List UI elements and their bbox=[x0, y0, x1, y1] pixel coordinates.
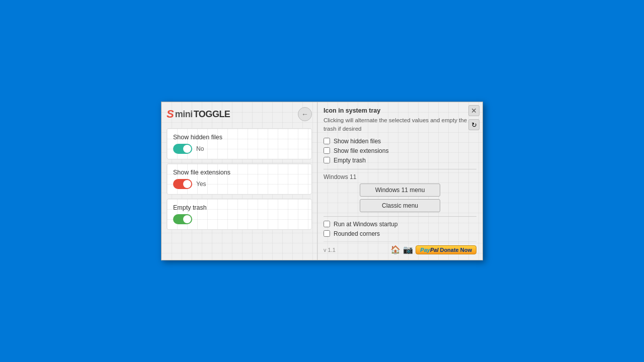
windows11-section-label: Windows 11 bbox=[324, 173, 476, 180]
windows11-section: Windows 11 Windows 11 menu Classic menu bbox=[324, 173, 476, 212]
checkbox-file-extensions-input[interactable] bbox=[324, 147, 330, 154]
checkbox-file-extensions-label[interactable]: Show file extensions bbox=[334, 147, 388, 154]
home-icon[interactable]: 🏠 bbox=[390, 245, 400, 255]
right-panel: ✕ ↻ Icon in system tray Clicking will al… bbox=[317, 102, 482, 259]
left-panel: S miniTOGGLE ← Show hidden files No Show… bbox=[162, 102, 317, 259]
footer: v 1.1 🏠 📷 PayPal Donate Now bbox=[324, 241, 476, 255]
settings-button[interactable]: ↻ bbox=[468, 119, 479, 130]
tray-checkboxes-group: Show hidden files Show file extensions E… bbox=[324, 138, 476, 164]
checkbox-rounded-corners-input[interactable] bbox=[324, 230, 330, 237]
app-window: S miniTOGGLE ← Show hidden files No Show… bbox=[161, 102, 483, 260]
checkbox-startup-input[interactable] bbox=[324, 221, 330, 227]
checkbox-startup-label[interactable]: Run at Windows startup bbox=[334, 221, 397, 228]
checkbox-empty-trash-label[interactable]: Empty trash bbox=[334, 157, 366, 164]
checkbox-rounded-corners-label[interactable]: Rounded corners bbox=[334, 230, 380, 237]
logo-toggle-text: TOGGLE bbox=[194, 109, 230, 120]
checkbox-startup: Run at Windows startup bbox=[324, 221, 476, 228]
divider-1 bbox=[324, 169, 476, 169]
app-header: S miniTOGGLE ← bbox=[167, 107, 312, 121]
toggle-empty-trash-switch[interactable] bbox=[173, 214, 192, 224]
footer-icons: 🏠 📷 PayPal Donate Now bbox=[390, 245, 476, 255]
toggle-file-extensions-label: Show file extensions bbox=[173, 169, 305, 176]
logo-s-icon: S bbox=[167, 108, 174, 121]
toggle-empty-trash: Empty trash bbox=[167, 199, 312, 230]
classic-menu-button[interactable]: Classic menu bbox=[360, 199, 440, 212]
toggle-file-extensions-knob bbox=[183, 180, 191, 188]
toggle-hidden-files-knob bbox=[183, 145, 191, 153]
toggle-file-extensions: Show file extensions Yes bbox=[167, 163, 312, 195]
checkbox-show-hidden: Show hidden files bbox=[324, 138, 476, 145]
divider-2 bbox=[324, 216, 476, 217]
checkbox-empty-trash-input[interactable] bbox=[324, 157, 330, 163]
app-logo: S miniTOGGLE bbox=[167, 108, 230, 121]
toggle-hidden-files: Show hidden files No bbox=[167, 128, 312, 159]
checkbox-show-hidden-label[interactable]: Show hidden files bbox=[334, 138, 381, 145]
section-tray-desc: Clicking will alternate the selected val… bbox=[324, 116, 476, 132]
checkbox-show-hidden-input[interactable] bbox=[324, 138, 330, 144]
bottom-checkboxes-group: Run at Windows startup Rounded corners bbox=[324, 221, 476, 237]
menu-btn-group: Windows 11 menu Classic menu bbox=[324, 184, 476, 212]
toggle-empty-trash-label: Empty trash bbox=[173, 204, 305, 211]
paypal-logo: PayPal bbox=[420, 247, 438, 253]
logo-mini-text: mini bbox=[175, 109, 193, 120]
checkbox-file-extensions: Show file extensions bbox=[324, 147, 476, 154]
checkbox-rounded-corners: Rounded corners bbox=[324, 230, 476, 237]
toggle-hidden-files-switch[interactable] bbox=[173, 144, 192, 154]
toggle-empty-trash-knob bbox=[183, 215, 191, 223]
checkbox-empty-trash: Empty trash bbox=[324, 157, 476, 164]
version-text: v 1.1 bbox=[324, 247, 336, 253]
section-tray-title: Icon in system tray bbox=[324, 107, 476, 114]
close-button[interactable]: ✕ bbox=[468, 105, 479, 116]
instagram-icon[interactable]: 📷 bbox=[403, 245, 413, 255]
toggle-hidden-files-label: Show hidden files bbox=[173, 134, 305, 141]
paypal-donate-button[interactable]: PayPal Donate Now bbox=[416, 245, 476, 254]
toggle-file-extensions-value: Yes bbox=[196, 180, 206, 188]
paypal-donate-label: Donate Now bbox=[440, 247, 472, 253]
windows11-menu-button[interactable]: Windows 11 menu bbox=[360, 184, 440, 197]
back-button[interactable]: ← bbox=[298, 107, 312, 121]
toggle-hidden-files-value: No bbox=[196, 145, 204, 152]
toggle-file-extensions-switch[interactable] bbox=[173, 179, 192, 189]
